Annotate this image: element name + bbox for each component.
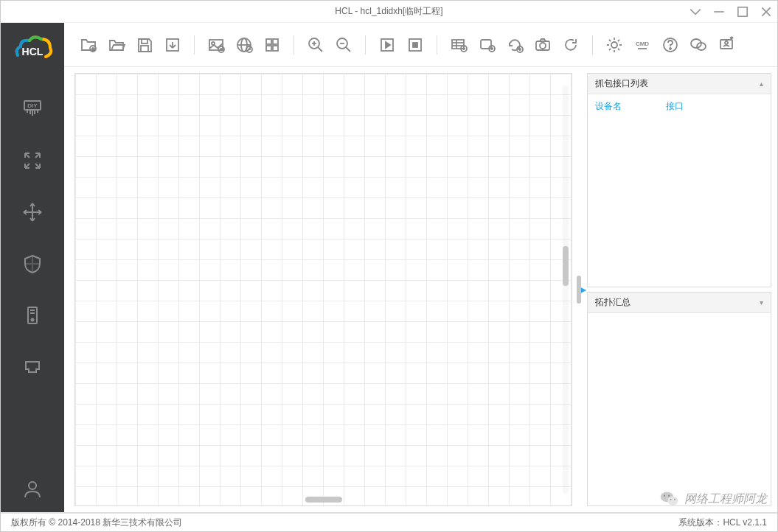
capture-panel-title: 抓包接口列表: [595, 77, 648, 90]
title-bar: HCL - hcl_1didxh[临时工程]: [1, 1, 777, 23]
expand-icon[interactable]: [20, 148, 45, 173]
save-button[interactable]: [133, 34, 156, 56]
copyright-text: 版权所有 © 2014-2018 新华三技术有限公司: [11, 517, 182, 529]
toolbar: CMD: [64, 23, 777, 67]
svg-point-63: [611, 42, 617, 48]
window-controls: [689, 5, 773, 18]
svg-text:DIY: DIY: [27, 102, 38, 109]
panel-splitter[interactable]: ▶: [575, 67, 587, 512]
collapse-icon[interactable]: ▾: [760, 298, 763, 307]
close-icon[interactable]: [760, 5, 773, 18]
dropdown-icon[interactable]: [689, 5, 702, 18]
right-panels: 抓包接口列表 ▴ 设备名 接口 拓扑汇总 ▾: [587, 67, 777, 512]
svg-rect-46: [413, 43, 417, 47]
app-logo: HCL: [10, 33, 55, 66]
svg-line-38: [318, 47, 322, 52]
settings-button[interactable]: [603, 34, 625, 56]
capture-panel: 抓包接口列表 ▴ 设备名 接口: [587, 73, 771, 287]
svg-rect-35: [266, 46, 271, 51]
topology-panel-title: 拓扑汇总: [595, 296, 631, 309]
zoom-in-button[interactable]: [305, 34, 327, 56]
feedback-button[interactable]: [715, 34, 737, 56]
add-node-button[interactable]: [476, 34, 498, 56]
cmd-button[interactable]: CMD: [631, 34, 653, 56]
svg-rect-1: [738, 7, 747, 15]
server-icon[interactable]: [20, 303, 45, 328]
svg-rect-34: [273, 39, 278, 44]
svg-line-42: [346, 47, 350, 52]
maximize-icon[interactable]: [736, 5, 749, 18]
image-button[interactable]: [205, 34, 227, 56]
svg-point-67: [670, 48, 671, 49]
reload-button[interactable]: [560, 34, 582, 56]
user-icon[interactable]: [20, 477, 45, 502]
svg-rect-36: [273, 46, 278, 51]
shield-icon[interactable]: [20, 251, 45, 276]
globe-button[interactable]: [233, 34, 255, 56]
port-icon[interactable]: [20, 354, 45, 379]
svg-point-71: [725, 41, 728, 44]
column-device[interactable]: 设备名: [595, 100, 622, 113]
topology-panel: 拓扑汇总 ▾: [587, 292, 771, 506]
svg-text:CMD: CMD: [636, 41, 649, 47]
stop-button[interactable]: [404, 34, 426, 56]
svg-rect-20: [142, 39, 147, 43]
canvas-area: [64, 67, 575, 512]
vertical-scroll-track[interactable]: [563, 85, 569, 494]
svg-point-62: [540, 43, 546, 49]
status-bar: 版权所有 © 2014-2018 新华三技术有限公司 系统版本：HCL v2.1…: [1, 512, 777, 531]
topology-canvas[interactable]: [74, 73, 572, 506]
camera-button[interactable]: [532, 34, 554, 56]
svg-point-15: [32, 319, 34, 321]
svg-rect-33: [266, 39, 271, 44]
export-button[interactable]: [161, 34, 184, 56]
svg-text:HCL: HCL: [22, 46, 44, 57]
svg-rect-21: [141, 46, 148, 52]
new-project-button[interactable]: [77, 34, 100, 56]
vertical-scroll-thumb[interactable]: [563, 246, 569, 286]
version-text: 系统版本：HCL v2.1.1: [678, 517, 767, 529]
add-table-button[interactable]: [448, 34, 470, 56]
play-button[interactable]: [376, 34, 398, 56]
diy-icon[interactable]: DIY: [20, 97, 45, 122]
column-interface[interactable]: 接口: [666, 100, 684, 113]
grid-button[interactable]: [261, 34, 283, 56]
help-button[interactable]: [659, 34, 681, 56]
sidebar: HCL DIY: [1, 23, 64, 512]
window-title: HCL - hcl_1didxh[临时工程]: [335, 5, 442, 18]
svg-rect-47: [452, 40, 464, 49]
collapse-icon[interactable]: ▴: [760, 80, 763, 88]
horizontal-scroll-thumb[interactable]: [305, 497, 342, 503]
refresh-node-button[interactable]: [504, 34, 526, 56]
open-button[interactable]: [105, 34, 128, 56]
svg-point-16: [29, 482, 36, 489]
move-icon[interactable]: [20, 200, 45, 225]
zoom-out-button[interactable]: [333, 34, 355, 56]
minimize-icon[interactable]: [712, 5, 726, 18]
wechat-button[interactable]: [687, 34, 709, 56]
